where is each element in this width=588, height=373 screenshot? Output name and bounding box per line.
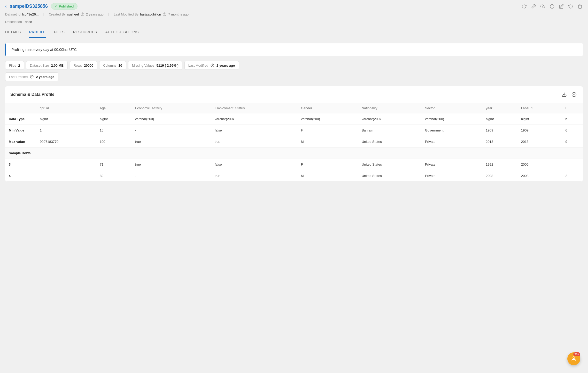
- tab-resources[interactable]: RESOURCES: [73, 27, 97, 38]
- svg-point-9: [572, 92, 576, 97]
- files-value: 2: [18, 64, 20, 67]
- stat-files: Files 2: [5, 61, 24, 70]
- cell-sample2-eco: -: [131, 170, 211, 182]
- dataset-id-value: fcd43e26...: [22, 12, 38, 16]
- refresh-icon[interactable]: [521, 4, 527, 9]
- tab-files[interactable]: FILES: [54, 27, 65, 38]
- cell-sample1-year: 1992: [482, 159, 517, 170]
- profile-section-header: Schema & Data Profile: [5, 86, 583, 103]
- col-header-sector: Sector: [421, 103, 482, 113]
- cell-emp-min: false: [211, 125, 297, 136]
- cell-label1-type: bigint: [517, 113, 562, 125]
- last-modified-stat-value: 2 years ago: [216, 64, 235, 67]
- tab-profile[interactable]: PROFILE: [29, 27, 46, 38]
- cell-sample1-l: [562, 159, 583, 170]
- collapse-icon[interactable]: [570, 91, 578, 98]
- col-header-employment-status: Employment_Status: [211, 103, 297, 113]
- schema-title: Schema & Data Profile: [10, 92, 55, 97]
- top-icons: [521, 4, 583, 9]
- cell-age-max: 100: [96, 136, 131, 147]
- info-banner-text: Profiling runs every day at 00:00hrs UTC: [11, 48, 77, 52]
- stat-columns: Columns 10: [99, 61, 126, 70]
- dataset-size-label: Dataset Size: [30, 64, 49, 67]
- created-by-label: Created By: [49, 12, 66, 16]
- cell-nat-type: varchar(200): [358, 113, 421, 125]
- col-header-cpr_id: cpr_id: [36, 103, 96, 113]
- cell-nat-max: United States: [358, 136, 421, 147]
- last-profiled-value: 2 years ago: [36, 75, 55, 79]
- cell-sample1-eco: true: [131, 159, 211, 170]
- cell-sample1-nat: United States: [358, 159, 421, 170]
- cell-cpr_id-type: bigint: [36, 113, 96, 125]
- created-by-item: Created By susheel 2 years ago: [49, 12, 104, 16]
- cell-l-min: 6: [562, 125, 583, 136]
- row-label-data-type: Data Type: [5, 113, 36, 125]
- stat-dataset-size: Dataset Size 2.00 MB: [26, 61, 68, 70]
- cell-age-type: bigint: [96, 113, 131, 125]
- col-header-empty: [5, 103, 36, 113]
- dataset-id-item: Dataset Id fcd43e26...: [5, 12, 39, 16]
- cell-label1-max: 2013: [517, 136, 562, 147]
- edit-icon[interactable]: [559, 4, 564, 9]
- dataset-title[interactable]: sampelDS325856: [10, 4, 48, 9]
- row-label-min-value: Min Value: [5, 125, 36, 136]
- back-button[interactable]: ‹: [5, 4, 7, 9]
- tab-details[interactable]: DETAILS: [5, 27, 21, 38]
- cell-sample1-age: 71: [96, 159, 131, 170]
- dataset-id-label: Dataset Id: [5, 12, 20, 16]
- cell-sample1-label1: 2005: [517, 159, 562, 170]
- cell-sample1-cpr_id: [36, 159, 96, 170]
- published-badge: ✓ Published: [51, 3, 78, 10]
- col-header-l: L: [562, 103, 583, 113]
- cell-gender-min: F: [297, 125, 358, 136]
- col-header-gender: Gender: [297, 103, 358, 113]
- files-label: Files: [9, 64, 16, 67]
- table-row-sample-1: 3 71 true false F United States Private …: [5, 159, 583, 170]
- table-header-row: cpr_id Age Economic_Activity Employment_…: [5, 103, 583, 113]
- cell-sample2-emp: true: [211, 170, 297, 182]
- cell-sector-max: Private: [421, 136, 482, 147]
- top-bar: ‹ sampelDS325856 ✓ Published: [0, 0, 588, 10]
- last-modified-stat-label: Last Modified: [188, 64, 208, 67]
- meta-sep-2: |: [108, 12, 109, 16]
- table-row-sample-rows-header: Sample Rows: [5, 147, 583, 159]
- columns-value: 10: [119, 64, 122, 67]
- table-row-max-value: Max value 9997183770 100 true true M Uni…: [5, 136, 583, 147]
- cell-sample2-nat: United States: [358, 170, 421, 182]
- info-banner: Profiling runs every day at 00:00hrs UTC: [5, 43, 583, 56]
- cell-gender-max: M: [297, 136, 358, 147]
- cell-sample2-label1: 2008: [517, 170, 562, 182]
- cell-cpr_id-min: 1: [36, 125, 96, 136]
- created-by-value: susheel: [67, 12, 79, 16]
- col-header-economic-activity: Economic_Activity: [131, 103, 211, 113]
- cell-sample2-cpr_id: [36, 170, 96, 182]
- last-modified-item: Last Modified By harjaapdhillon 7 months…: [114, 12, 189, 16]
- cell-cpr_id-max: 9997183770: [36, 136, 96, 147]
- table-row-min-value: Min Value 1 15 - false F Bahrain Govenrm…: [5, 125, 583, 136]
- cell-sample2-year: 2008: [482, 170, 517, 182]
- tab-authorizations[interactable]: AUTHORIZATIONS: [105, 27, 139, 38]
- cell-eco-type: varchar(200): [131, 113, 211, 125]
- download-icon[interactable]: [561, 91, 568, 98]
- col-header-label1: Label_1: [517, 103, 562, 113]
- cell-year-max: 2013: [482, 136, 517, 147]
- cell-year-type: bigint: [482, 113, 517, 125]
- cell-gender-type: varchar(200): [297, 113, 358, 125]
- history-icon[interactable]: [568, 4, 574, 9]
- profile-header-icons: [561, 91, 578, 98]
- table-row-data-type: Data Type bigint bigint varchar(200) var…: [5, 113, 583, 125]
- upload-icon[interactable]: [540, 4, 546, 9]
- sample-rows-label: Sample Rows: [5, 147, 583, 159]
- col-header-nationality: Nationality: [358, 103, 421, 113]
- published-label: Published: [59, 4, 74, 8]
- clock-icon-created: [80, 12, 84, 16]
- cell-sample2-gender: M: [297, 170, 358, 182]
- cell-l-max: 9: [562, 136, 583, 147]
- delete-icon[interactable]: [577, 4, 583, 9]
- tools-icon[interactable]: [531, 4, 536, 9]
- stat-rows: Rows 20000: [70, 61, 97, 70]
- description-value: desc: [25, 20, 32, 24]
- circle-icon[interactable]: [549, 4, 555, 9]
- last-modified-time: 7 months ago: [168, 12, 189, 16]
- stat-last-modified: Last Modified 2 years ago: [184, 61, 239, 70]
